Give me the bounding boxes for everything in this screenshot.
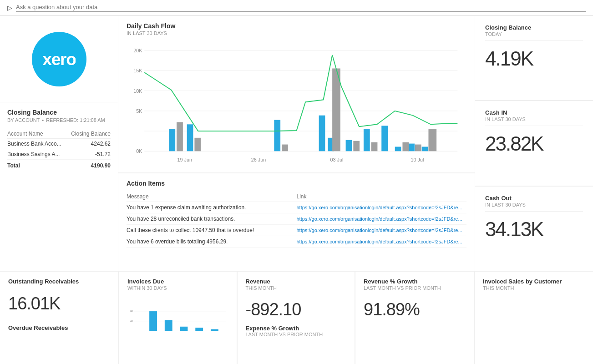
bar-blue-6 bbox=[346, 140, 352, 152]
daily-cashflow-card: Daily Cash Flow IN LAST 30 DAYS bbox=[118, 16, 475, 172]
rev-title: Revenue bbox=[246, 278, 347, 285]
closing-balance-section: Closing Balance BY ACCOUNT • REFRESHED: … bbox=[0, 102, 118, 177]
overdue-title: Overdue Receivables bbox=[8, 324, 110, 331]
top-bar: ▷ bbox=[0, 0, 593, 16]
right-panel-col: Closing Balance TODAY 4.19K Cash IN IN L… bbox=[475, 16, 593, 271]
total-row: Total 4190.90 bbox=[7, 160, 111, 171]
cash-out-card: Cash Out IN LAST 30 DAYS 34.13K bbox=[475, 187, 593, 271]
bar-gray-7 bbox=[415, 145, 421, 152]
bar-gray-tall bbox=[332, 68, 340, 151]
inv-bar-1 bbox=[149, 311, 157, 331]
bar-gray-3 bbox=[282, 145, 288, 152]
bar-gray-1 bbox=[177, 122, 183, 151]
action-row-3: Call these clients to collect 10947.50 t… bbox=[127, 225, 466, 236]
col-link: Link bbox=[297, 192, 467, 202]
bar-blue-11 bbox=[422, 147, 428, 151]
y-label-0k: 0K bbox=[136, 148, 142, 154]
main-layout: ▷ xero Closing Balance bbox=[0, 0, 593, 364]
ci-divider bbox=[485, 126, 583, 126]
rg-value: 91.89% bbox=[364, 300, 466, 319]
x-label-26jun: 26 Jun bbox=[251, 157, 266, 162]
inv-y-4k: 4K bbox=[130, 320, 133, 323]
account-name-1: Business Bank Acco... bbox=[7, 139, 67, 149]
outstanding-receivables-card: Outstanding Receivables 16.01K Overdue R… bbox=[0, 272, 118, 364]
cb-right-value: 4.19K bbox=[485, 47, 583, 74]
co-sub: IN LAST 30 DAYS bbox=[485, 202, 583, 207]
ci-value: 23.82K bbox=[485, 132, 583, 159]
action-link-1[interactable]: https://go.xero.com/organisationlogin/de… bbox=[297, 202, 467, 213]
cb-meta: BY ACCOUNT • REFRESHED: 1:21:08 AM bbox=[7, 117, 111, 123]
action-link-3[interactable]: https://go.xero.com/organisationlogin/de… bbox=[297, 225, 467, 236]
cb-by-account: BY ACCOUNT bbox=[7, 117, 40, 123]
dcf-subtitle: IN LAST 30 DAYS bbox=[127, 30, 466, 36]
cb-divider bbox=[485, 40, 583, 41]
bar-blue-4 bbox=[319, 116, 325, 152]
action-row-2: You have 28 unreconciled bank transactio… bbox=[127, 213, 466, 225]
question-input[interactable] bbox=[16, 4, 586, 12]
action-row-1: You have 1 expense claim awaiting author… bbox=[127, 202, 466, 213]
rev-sub: THIS MONTH bbox=[246, 285, 347, 291]
id-title: Invoices Due bbox=[127, 278, 228, 285]
action-msg-4: You have 6 overdue bills totaling 4956.2… bbox=[127, 236, 297, 248]
revenue-card: Revenue THIS MONTH -892.10 Expense % Gro… bbox=[238, 272, 355, 364]
co-value: 34.13K bbox=[485, 218, 583, 244]
y-label-10k: 10K bbox=[133, 88, 142, 94]
bar-gray-2 bbox=[194, 138, 201, 151]
y-label-5k: 5K bbox=[136, 108, 142, 114]
exp-sub: LAST MONTH VS PRIOR MONTH bbox=[246, 332, 347, 337]
dcf-title: Daily Cash Flow bbox=[127, 22, 466, 30]
logo-section: xero bbox=[0, 16, 118, 102]
bar-blue-2 bbox=[187, 124, 193, 151]
cashflow-chart: 20K 15K 10K 5K 0K bbox=[127, 40, 466, 168]
center-panel: Daily Cash Flow IN LAST 30 DAYS bbox=[118, 16, 475, 271]
bar-gray-8 bbox=[428, 129, 436, 151]
cash-in-card: Cash IN IN LAST 30 DAYS 23.82K bbox=[475, 101, 593, 185]
xero-logo: xero bbox=[32, 32, 86, 86]
account-balance-1: 4242.62 bbox=[67, 139, 111, 149]
bar-blue-10 bbox=[408, 144, 415, 152]
bar-gray-5 bbox=[371, 142, 378, 152]
inv-bar-3 bbox=[180, 327, 188, 331]
x-label-10jul: 10 Jul bbox=[411, 157, 424, 162]
action-link-2[interactable]: https://go.xero.com/organisationlogin/de… bbox=[297, 213, 467, 225]
table-row: Business Bank Acco... 4242.62 bbox=[7, 139, 111, 149]
id-sub: WITHIN 30 DAYS bbox=[127, 285, 228, 291]
account-name-2: Business Savings A... bbox=[7, 149, 67, 160]
action-link-4[interactable]: https://go.xero.com/organisationlogin/de… bbox=[297, 236, 467, 248]
y-label-15k: 15K bbox=[133, 68, 142, 73]
question-icon: ▷ bbox=[7, 4, 12, 11]
x-label-03jul: 03 Jul bbox=[330, 157, 344, 162]
table-row: Business Savings A... -51.72 bbox=[7, 149, 111, 160]
is-title: Invoiced Sales by Customer bbox=[483, 278, 585, 285]
or-value: 16.01K bbox=[8, 294, 110, 313]
y-label-20k: 20K bbox=[133, 48, 142, 53]
or-title: Outstanding Receivables bbox=[8, 278, 110, 285]
rg-sub: LAST MONTH VS PRIOR MONTH bbox=[364, 285, 466, 291]
action-msg-1: You have 1 expense claim awaiting author… bbox=[127, 202, 297, 213]
bar-blue-3 bbox=[274, 120, 280, 151]
bar-blue-8 bbox=[381, 126, 388, 151]
ci-title: Cash IN bbox=[485, 109, 583, 116]
xero-logo-svg: xero bbox=[43, 43, 76, 76]
action-table: Message Link You have 1 expense claim aw… bbox=[127, 192, 466, 248]
account-balance-2: -51.72 bbox=[67, 149, 111, 160]
inv-bar-2 bbox=[165, 320, 172, 331]
bar-blue-7 bbox=[364, 129, 370, 151]
inv-bar-4 bbox=[195, 328, 203, 331]
cb-right-title: Closing Balance bbox=[485, 24, 583, 31]
rev-value: -892.10 bbox=[246, 300, 347, 319]
left-panel: xero Closing Balance BY ACCOUNT • REFRES… bbox=[0, 16, 118, 271]
co-title: Cash Out bbox=[485, 195, 583, 202]
col-closing-balance: Closing Balance bbox=[67, 129, 111, 139]
action-items-card: Action Items Message Link You have 1 exp… bbox=[118, 173, 475, 271]
total-value: 4190.90 bbox=[67, 160, 111, 171]
col-message: Message bbox=[127, 192, 297, 202]
bottom-row: Outstanding Receivables 16.01K Overdue R… bbox=[0, 271, 593, 364]
closing-balance-card: Closing Balance TODAY 4.19K bbox=[475, 16, 593, 100]
ai-title: Action Items bbox=[127, 180, 466, 187]
revenue-growth-card: Revenue % Growth LAST MONTH VS PRIOR MON… bbox=[355, 272, 474, 364]
svg-text:xero: xero bbox=[43, 49, 76, 68]
action-msg-2: You have 28 unreconciled bank transactio… bbox=[127, 213, 297, 225]
invoiced-sales-card: Invoiced Sales by Customer THIS MONTH bbox=[475, 272, 593, 364]
exp-title: Expense % Growth bbox=[246, 325, 347, 332]
